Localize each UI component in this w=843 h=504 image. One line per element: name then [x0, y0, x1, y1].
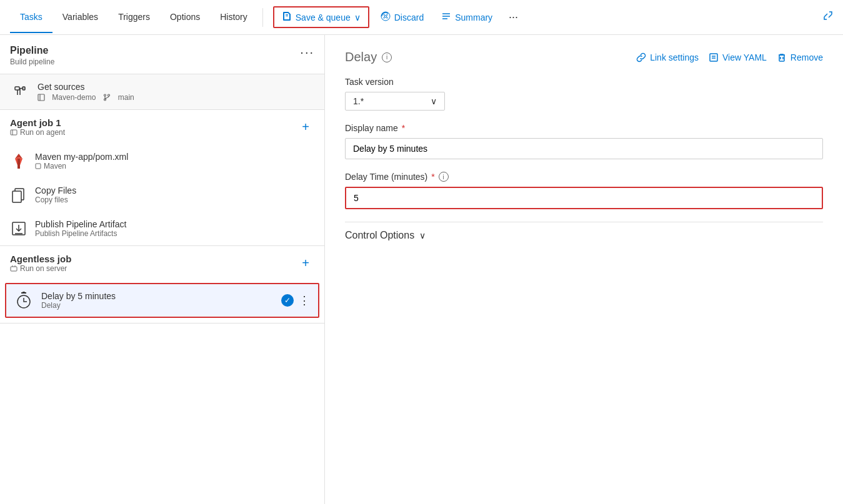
maven-task-title: Maven my-app/pom.xml	[35, 152, 314, 162]
delay-task-item[interactable]: Delay by 5 minutes Delay ✓ ⋮	[5, 283, 319, 318]
svg-rect-17	[17, 159, 20, 169]
delay-task-title: Delay by 5 minutes	[41, 291, 274, 301]
save-icon	[282, 11, 292, 23]
nav-divider	[262, 8, 263, 27]
summary-icon	[441, 11, 451, 23]
remove-button[interactable]: Remove	[777, 52, 823, 62]
save-queue-button[interactable]: Save & queue ∨	[273, 6, 369, 28]
delay-time-required: *	[431, 172, 434, 182]
copy-files-item[interactable]: Copy Files Copy files	[0, 178, 324, 212]
delay-time-input-wrapper	[345, 187, 823, 209]
task-actions: Link settings View YAML Remove	[636, 52, 823, 62]
svg-rect-20	[12, 191, 21, 202]
delay-time-label: Delay Time (minutes) * i	[345, 172, 823, 182]
get-sources-title: Get sources	[37, 82, 314, 92]
publish-subtitle: Publish Pipeline Artifacts	[35, 229, 314, 238]
svg-rect-29	[710, 54, 717, 61]
repo-info: Maven-demo	[37, 93, 96, 102]
svg-point-10	[104, 94, 106, 96]
task-header: Delay i Link settings View YAML Remove	[345, 50, 823, 64]
svg-rect-18	[36, 164, 41, 169]
agent-job-header: Agent job 1 Run on agent +	[0, 110, 324, 144]
svg-rect-8	[38, 94, 44, 101]
display-name-input[interactable]	[345, 138, 823, 159]
tab-variables[interactable]: Variables	[52, 2, 108, 33]
delay-time-row: Delay Time (minutes) * i	[345, 172, 823, 209]
get-sources-icon	[10, 82, 30, 102]
agent-job-subtitle: Run on agent	[20, 128, 65, 137]
svg-rect-23	[11, 267, 17, 271]
publish-icon	[10, 220, 27, 237]
agentless-job-title: Agentless job	[10, 254, 71, 264]
branch-info: main	[103, 93, 134, 102]
chevron-down-icon: ∨	[354, 12, 361, 22]
pipeline-more-button[interactable]: ···	[300, 45, 314, 59]
version-chevron-icon: ∨	[431, 96, 437, 106]
control-options-chevron-icon: ∨	[419, 230, 426, 240]
tab-triggers[interactable]: Triggers	[108, 2, 160, 33]
task-version-label: Task version	[345, 77, 823, 87]
delay-task-icon	[14, 290, 34, 310]
discard-icon	[381, 11, 391, 23]
more-options-button[interactable]: ···	[504, 8, 523, 26]
summary-label: Summary	[455, 12, 492, 22]
tab-tasks[interactable]: Tasks	[10, 2, 52, 33]
task-title: Delay	[345, 50, 377, 64]
control-options-label: Control Options	[345, 230, 414, 241]
svg-rect-3	[15, 87, 19, 90]
tab-options[interactable]: Options	[160, 2, 210, 33]
agentless-job-subtitle: Run on server	[20, 264, 67, 273]
summary-button[interactable]: Summary	[435, 7, 499, 27]
get-sources-item[interactable]: Get sources Maven-demo main	[0, 74, 324, 110]
pipeline-info: Pipeline Build pipeline	[10, 45, 54, 66]
svg-rect-32	[779, 55, 784, 61]
task-version-row: Task version 1.* ∨	[345, 77, 823, 111]
publish-artifact-item[interactable]: Publish Pipeline Artifact Publish Pipeli…	[0, 212, 324, 245]
copy-icon	[10, 186, 27, 204]
publish-title: Publish Pipeline Artifact	[35, 219, 314, 229]
maven-task-subtitle: Maven	[44, 162, 66, 170]
left-panel: Pipeline Build pipeline ··· Get sources …	[0, 35, 325, 504]
svg-rect-28	[22, 292, 25, 293]
save-queue-label: Save & queue	[296, 12, 351, 22]
display-name-required: *	[402, 123, 405, 133]
copy-files-subtitle: Copy files	[35, 195, 314, 204]
agentless-job-section: Agentless job Run on server +	[0, 246, 324, 324]
get-sources-text: Get sources Maven-demo main	[37, 82, 314, 102]
add-agent-job-button[interactable]: +	[297, 117, 314, 137]
display-name-row: Display name *	[345, 123, 823, 159]
svg-rect-13	[11, 130, 17, 135]
display-name-label: Display name *	[345, 123, 823, 133]
svg-rect-5	[22, 87, 25, 90]
agent-job-section: Agent job 1 Run on agent + Maven my-ap	[0, 110, 324, 246]
agentless-job-header: Agentless job Run on server +	[0, 246, 324, 280]
maven-icon	[10, 152, 27, 170]
tab-history[interactable]: History	[210, 2, 257, 33]
link-settings-button[interactable]: Link settings	[636, 52, 699, 62]
right-panel: Delay i Link settings View YAML Remove	[325, 35, 843, 504]
control-options-section[interactable]: Control Options ∨	[345, 222, 823, 249]
delay-task-more-button[interactable]: ⋮	[299, 294, 311, 307]
add-agentless-job-button[interactable]: +	[297, 254, 314, 273]
agent-job-title: Agent job 1	[10, 117, 65, 128]
pipeline-title: Pipeline	[10, 45, 54, 56]
maven-task-item[interactable]: Maven my-app/pom.xml Maven	[0, 144, 324, 178]
delay-task-subtitle: Delay	[41, 301, 274, 310]
version-select[interactable]: 1.* ∨	[345, 92, 445, 111]
checkmark-badge: ✓	[281, 294, 294, 307]
expand-button[interactable]	[823, 11, 833, 24]
svg-point-11	[108, 94, 110, 96]
discard-label: Discard	[394, 12, 424, 22]
delay-time-info-icon[interactable]: i	[439, 172, 449, 182]
pipeline-header: Pipeline Build pipeline ···	[0, 35, 324, 74]
delay-time-input[interactable]	[346, 188, 822, 208]
view-yaml-button[interactable]: View YAML	[709, 52, 767, 62]
discard-button[interactable]: Discard	[374, 7, 430, 27]
copy-files-title: Copy Files	[35, 185, 314, 195]
task-info-icon[interactable]: i	[382, 52, 392, 62]
pipeline-subtitle: Build pipeline	[10, 57, 54, 66]
